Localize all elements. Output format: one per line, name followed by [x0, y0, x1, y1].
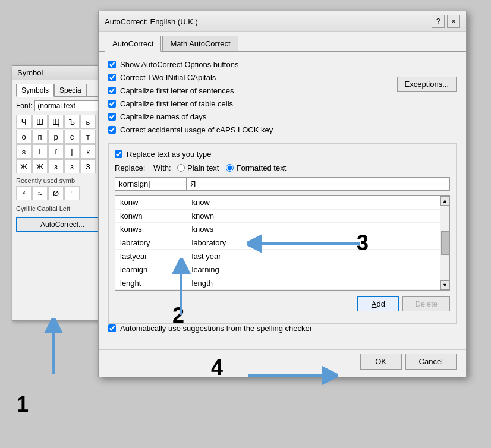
checkbox-correct-two-initials-label: Correct TWo INitial CApitals	[120, 73, 216, 82]
autocorrect-dialog: AutoCorrect: English (U.K.) ? × AutoCorr…	[98, 11, 467, 377]
replace-label: Replace:	[115, 163, 147, 172]
formatted-text-radio[interactable]	[226, 164, 234, 172]
replace-section: Replace text as you type Replace: With: …	[108, 143, 457, 324]
checkbox-show-options-label: Show AutoCorrect Options buttons	[120, 60, 238, 69]
recently-used-label: Recently used symb	[16, 177, 109, 184]
help-button[interactable]: ?	[432, 15, 445, 28]
tab-special[interactable]: Specia	[54, 84, 87, 96]
symbol-cell[interactable]: р	[48, 130, 64, 144]
recently-used-row: ³ ≈ Ø °	[16, 186, 109, 200]
table-row[interactable]: labratorylaboratory	[115, 236, 440, 250]
formatted-text-radio-label[interactable]: Formatted text	[226, 163, 286, 172]
symbol-cell[interactable]: j	[64, 144, 80, 159]
tab-symbols[interactable]: Symbols	[16, 84, 54, 97]
scroll-down-arrow[interactable]: ▼	[440, 280, 449, 290]
checkbox-suggestions-label: Automatically use suggestions from the s…	[120, 324, 312, 333]
checkbox-capitalize-table-cells-input[interactable]	[108, 100, 116, 108]
table-row[interactable]: konwknow	[115, 196, 440, 209]
checkbox-capitalize-days: Capitalize names of days	[108, 112, 391, 121]
with-label: With:	[153, 163, 171, 172]
checkbox-correct-two-initials-input[interactable]	[108, 74, 116, 81]
symbol-cell[interactable]: Ж	[16, 159, 32, 173]
checkbox-suggestions-input[interactable]	[108, 324, 116, 332]
delete-button[interactable]: Delete	[402, 296, 450, 311]
checkbox-correct-caps-lock-label: Correct accidental usage of cAPS LOCK ke…	[120, 125, 273, 134]
replace-to-input[interactable]	[186, 177, 450, 191]
checkbox-correct-caps-lock-input[interactable]	[108, 126, 116, 134]
checkbox-capitalize-days-label: Capitalize names of days	[120, 112, 206, 121]
table-row[interactable]: lenghtlength	[115, 276, 440, 290]
annotation-1: 1	[17, 392, 29, 417]
replace-table-container[interactable]: konwknowkonwnknownkonwsknowslabratorylab…	[115, 195, 450, 291]
dialog-titlebar: AutoCorrect: English (U.K.) ? ×	[99, 11, 466, 32]
checkbox-capitalize-days-input[interactable]	[108, 113, 116, 121]
recent-symbol[interactable]: ≈	[32, 186, 48, 200]
checkbox-capitalize-table-cells-label: Capitalize first letter of table cells	[120, 99, 233, 108]
recent-symbol[interactable]: °	[64, 186, 80, 200]
symbol-cell[interactable]: ь	[80, 115, 96, 129]
suggestions-row: Automatically use suggestions from the s…	[108, 324, 457, 333]
dialog-title: AutoCorrect: English (U.K.)	[105, 17, 198, 26]
symbol-cell[interactable]: Ж	[32, 159, 48, 173]
table-row[interactable]: konwsknows	[115, 223, 440, 236]
tab-autocorrect[interactable]: AutoCorrect	[105, 36, 161, 52]
replace-inputs	[115, 177, 450, 191]
symbol-cell[interactable]: т	[80, 130, 96, 144]
symbol-cell[interactable]: З	[80, 159, 96, 173]
replace-table: konwknowkonwnknownkonwsknowslabratorylab…	[115, 196, 440, 290]
plain-text-radio-label[interactable]: Plain text	[177, 163, 219, 172]
recent-symbol[interactable]: ³	[16, 186, 32, 200]
tab-math-autocorrect[interactable]: Math AutoCorrect	[162, 36, 238, 51]
symbol-cell[interactable]: о	[16, 130, 32, 144]
plain-text-radio[interactable]	[177, 164, 185, 172]
arrow-1	[36, 318, 71, 377]
checkbox-show-options: Show AutoCorrect Options buttons	[108, 60, 391, 69]
checkbox-capitalize-sentences-input[interactable]	[108, 87, 116, 94]
table-row[interactable]: lastyearlast year	[115, 250, 440, 263]
symbol-cell[interactable]: з	[64, 159, 80, 173]
radio-group: Plain text Formatted text	[177, 163, 286, 172]
symbol-cell[interactable]: i	[32, 144, 48, 159]
checkbox-capitalize-table-cells: Capitalize first letter of table cells	[108, 99, 391, 108]
checkbox-show-options-input[interactable]	[108, 61, 116, 68]
replace-from-input[interactable]	[115, 177, 186, 191]
recent-symbol[interactable]: Ø	[48, 186, 64, 200]
checkbox-replace-input[interactable]	[115, 150, 122, 158]
symbol-cell[interactable]: Ш	[32, 115, 48, 129]
dialog-footer: OK Cancel	[99, 349, 466, 377]
checkbox-capitalize-sentences: Capitalize first letter of sentences	[108, 86, 391, 95]
symbol-cell[interactable]: s	[16, 144, 32, 159]
symbol-cell[interactable]: Щ	[48, 115, 64, 129]
dialog-tabs: AutoCorrect Math AutoCorrect	[99, 32, 466, 52]
symbol-cell[interactable]: с	[64, 130, 80, 144]
checkbox-correct-two-initials: Correct TWo INitial CApitals	[108, 73, 391, 82]
symbol-window-title: Symbol	[12, 66, 112, 80]
symbol-cell[interactable]: к	[80, 144, 96, 159]
add-button[interactable]: Add	[357, 296, 399, 311]
symbol-cell[interactable]: ї	[48, 144, 64, 159]
symbol-cell[interactable]: п	[32, 130, 48, 144]
checkboxes-col: Show AutoCorrect Options buttons Correct…	[108, 60, 391, 138]
close-button[interactable]: ×	[447, 15, 460, 28]
exceptions-button[interactable]: Exceptions...	[397, 77, 457, 92]
symbol-cell[interactable]: Ъ	[64, 115, 80, 129]
scroll-thumb[interactable]	[441, 231, 449, 255]
cancel-button[interactable]: Cancel	[405, 354, 457, 370]
checkbox-replace-label: Replace text as you type	[127, 150, 211, 159]
font-label: Font:	[16, 102, 32, 110]
symbol-cell[interactable]: з	[48, 159, 64, 173]
symbol-cell[interactable]: Ч	[16, 115, 32, 129]
ok-button[interactable]: OK	[360, 354, 402, 370]
scroll-up-arrow[interactable]: ▲	[440, 196, 449, 206]
char-name: Cyrillic Capital Lett	[16, 205, 109, 212]
checkbox-capitalize-sentences-label: Capitalize first letter of sentences	[120, 86, 234, 95]
symbol-tabs: Symbols Specia	[16, 84, 109, 97]
table-row[interactable]: konwnknown	[115, 209, 440, 223]
add-delete-row: Add Delete	[115, 296, 450, 311]
symbol-grid: Ч Ш Щ Ъ ь о п р с т s i ї j к Ж Ж з з З	[16, 115, 109, 173]
table-row[interactable]: learnignlearning	[115, 263, 440, 276]
autocorrect-button[interactable]: AutoCorrect...	[16, 217, 109, 232]
scrollbar[interactable]: ▲ ▼	[440, 196, 449, 290]
checkbox-correct-caps-lock: Correct accidental usage of cAPS LOCK ke…	[108, 125, 391, 134]
